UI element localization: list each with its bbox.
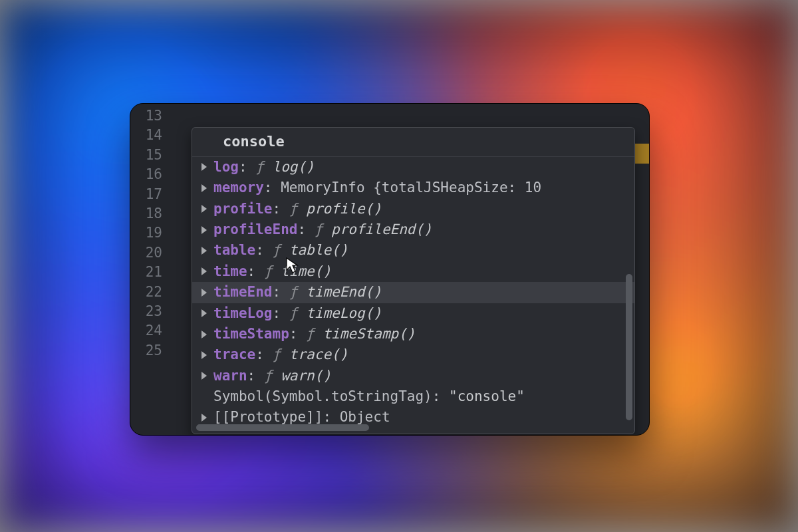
colon: : — [273, 304, 289, 323]
property-row-time[interactable]: time: ƒ time() — [192, 261, 634, 282]
property-name: memory — [213, 178, 264, 198]
function-glyph: ƒ — [273, 345, 281, 364]
function-signature: trace() — [289, 345, 348, 364]
function-signature: timeEnd() — [306, 283, 382, 302]
property-row-trace[interactable]: trace: ƒ trace() — [192, 344, 634, 365]
line-number: 15 — [130, 146, 172, 165]
colon: : — [247, 262, 264, 281]
object-inspector-popup[interactable]: console log: ƒ log() memory: MemoryInfo … — [192, 127, 635, 434]
colon: : — [255, 241, 272, 260]
expand-triangle-icon — [201, 393, 207, 401]
line-number: 16 — [130, 165, 172, 184]
gutter-line-numbers: 13 14 15 16 17 18 19 20 21 22 23 24 25 — [130, 106, 172, 360]
property-row-memory[interactable]: memory: MemoryInfo {totalJSHeapSize: 10 — [192, 178, 634, 198]
expand-triangle-icon[interactable] — [201, 205, 207, 213]
function-glyph: ƒ — [289, 200, 298, 219]
line-number: 19 — [130, 223, 172, 243]
property-name: warn — [213, 366, 247, 386]
property-row-timelog[interactable]: timeLog: ƒ timeLog() — [192, 303, 634, 324]
function-glyph: ƒ — [264, 366, 273, 386]
line-number: 14 — [130, 126, 172, 145]
property-name: profileEnd — [213, 220, 297, 239]
line-number: 25 — [130, 341, 172, 360]
function-glyph: ƒ — [306, 325, 315, 344]
property-name: timeEnd — [213, 283, 273, 302]
function-signature: profileEnd() — [331, 220, 432, 239]
line-number: 20 — [130, 243, 172, 263]
function-glyph: ƒ — [255, 158, 264, 177]
colon: : — [432, 387, 449, 406]
line-number: 24 — [130, 321, 172, 340]
function-signature: time() — [281, 262, 331, 281]
function-glyph: ƒ — [273, 241, 281, 260]
property-name: timeStamp — [213, 325, 289, 344]
property-value: MemoryInfo {totalJSHeapSize: 10 — [281, 178, 541, 198]
expand-triangle-icon[interactable] — [201, 289, 207, 297]
property-row-table[interactable]: table: ƒ table() — [192, 240, 634, 261]
function-signature: warn() — [281, 366, 331, 386]
function-glyph: ƒ — [315, 220, 323, 239]
function-signature: log() — [273, 158, 315, 177]
vertical-scrollbar[interactable] — [626, 274, 632, 420]
property-row-warn[interactable]: warn: ƒ warn() — [192, 366, 634, 386]
line-highlight-marker — [633, 144, 649, 164]
inspector-title: console — [192, 128, 634, 157]
property-row-profileend[interactable]: profileEnd: ƒ profileEnd() — [192, 219, 634, 240]
line-number: 13 — [130, 106, 172, 126]
expand-triangle-icon[interactable] — [201, 184, 207, 192]
function-glyph: ƒ — [264, 262, 273, 281]
colon: : — [264, 178, 281, 198]
colon: : — [273, 283, 289, 302]
property-row-symbol-tostringtag[interactable]: Symbol(Symbol.toStringTag): "console" — [192, 386, 634, 407]
expand-triangle-icon[interactable] — [201, 351, 207, 359]
colon: : — [239, 158, 255, 177]
expand-triangle-icon[interactable] — [201, 309, 207, 317]
colon: : — [247, 366, 264, 386]
property-row-log[interactable]: log: ƒ log() — [192, 157, 634, 178]
property-name: table — [213, 241, 255, 260]
expand-triangle-icon[interactable] — [201, 247, 207, 255]
function-glyph: ƒ — [289, 283, 298, 302]
line-number: 22 — [130, 283, 172, 302]
property-row-timestamp[interactable]: timeStamp: ƒ timeStamp() — [192, 324, 634, 344]
property-name: log — [213, 158, 239, 177]
property-row-timeend[interactable]: timeEnd: ƒ timeEnd() — [192, 282, 634, 303]
property-name: timeLog — [213, 304, 273, 323]
colon: : — [273, 200, 289, 219]
line-number: 18 — [130, 204, 172, 223]
expand-triangle-icon[interactable] — [201, 163, 207, 171]
line-number: 17 — [130, 185, 172, 204]
inspector-property-list[interactable]: log: ƒ log() memory: MemoryInfo {totalJS… — [192, 157, 634, 428]
property-row-profile[interactable]: profile: ƒ profile() — [192, 199, 634, 219]
property-value: "console" — [449, 387, 525, 406]
line-number: 21 — [130, 263, 172, 282]
property-name: trace — [213, 345, 255, 364]
function-signature: table() — [289, 241, 348, 260]
property-name: profile — [213, 200, 273, 219]
expand-triangle-icon[interactable] — [201, 372, 207, 380]
expand-triangle-icon[interactable] — [201, 331, 207, 338]
expand-triangle-icon[interactable] — [201, 267, 207, 275]
devtools-panel: 13 14 15 16 17 18 19 20 21 22 23 24 25 c… — [130, 103, 650, 436]
horizontal-scrollbar[interactable] — [196, 424, 369, 431]
colon: : — [289, 325, 306, 344]
line-number: 23 — [130, 302, 172, 321]
function-signature: timeLog() — [306, 304, 382, 323]
colon: : — [255, 345, 272, 364]
expand-triangle-icon[interactable] — [201, 226, 207, 234]
function-signature: profile() — [306, 200, 382, 219]
colon: : — [297, 220, 314, 239]
function-signature: timeStamp() — [323, 325, 415, 344]
function-signature — [264, 158, 273, 177]
function-glyph: ƒ — [289, 304, 298, 323]
property-name: Symbol(Symbol.toStringTag) — [213, 387, 432, 406]
expand-triangle-icon[interactable] — [201, 414, 207, 422]
property-name: time — [213, 262, 247, 281]
